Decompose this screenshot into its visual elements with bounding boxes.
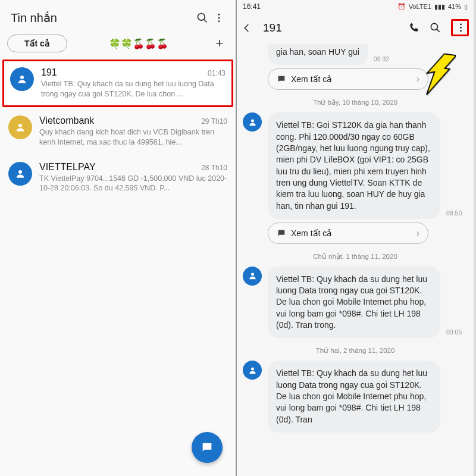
phone-messages-list: Tin nhắn Tất cả 🍀🍀🍒🍒🍒 + 19101:43Viettel … (0, 0, 237, 476)
svg-point-16 (251, 367, 254, 370)
message-row: Viettel TB: Quy khach da su dung het luu… (243, 267, 468, 339)
date-separator: Chủ nhật, 1 tháng 11, 2020 (243, 252, 468, 261)
svg-point-7 (18, 170, 22, 174)
conversation-preview: TK ViettelPay 9704...1546 GD -1,500,000 … (39, 174, 227, 194)
conversation-time: 29 Th10 (201, 117, 227, 126)
svg-point-15 (251, 273, 254, 276)
status-time: 16:41 (243, 2, 261, 11)
message-time: 00:05 (446, 328, 462, 338)
conversation-name: VIETTELPAY (39, 162, 96, 173)
message-bubble[interactable]: gia han, soan HUY gui (268, 44, 368, 65)
list-header: Tin nhắn (0, 0, 236, 31)
view-all-label: Xem tất cả (291, 228, 332, 238)
conversation-item-highlighted[interactable]: 19101:43Viettel TB: Quy khach da su dung… (2, 60, 233, 107)
view-all-button[interactable]: Xem tất cả › (268, 68, 428, 90)
conversation-preview: Quy khach dang kich hoat dich vu VCB Dig… (39, 127, 227, 148)
svg-point-8 (431, 23, 437, 30)
svg-point-2 (218, 14, 220, 15)
emoji-categories[interactable]: 🍀🍀🍒🍒🍒 (73, 38, 205, 49)
thread-scroll[interactable]: gia han, soan HUY gui 09:32 Xem tất cả ›… (237, 44, 474, 476)
message-row: Viettel TB: Quy khach da su dung het luu… (243, 361, 468, 433)
message-bubble[interactable]: Viettel TB: Goi ST120K da gia han thanh … (268, 112, 440, 219)
search-icon[interactable] (194, 10, 211, 26)
conversation-item[interactable]: VIETTELPAY28 Th10TK ViettelPay 9704...15… (0, 155, 236, 201)
conversation-list: 19101:43Viettel TB: Quy khach da su dung… (0, 60, 236, 201)
svg-point-12 (460, 30, 462, 32)
conversation-time: 28 Th10 (201, 164, 227, 172)
more-icon[interactable] (451, 19, 469, 36)
signal-icon: ▮▮▮ (434, 3, 445, 11)
compose-fab[interactable] (192, 432, 223, 463)
svg-point-10 (460, 24, 462, 26)
message-row: gia han, soan HUY gui 09:32 (243, 44, 468, 65)
conversation-time: 01:43 (208, 69, 226, 77)
status-icons: ⏰ VoLTE1 ▮▮▮ 41% ▯ (397, 3, 468, 11)
chevron-right-icon: › (416, 228, 419, 239)
volte-indicator: VoLTE1 (409, 3, 431, 10)
svg-point-4 (218, 20, 220, 22)
view-all-label: Xem tất cả (291, 74, 332, 84)
call-icon[interactable] (408, 22, 426, 33)
avatar (243, 361, 262, 380)
svg-line-1 (204, 20, 207, 23)
avatar (243, 267, 262, 286)
add-category-icon[interactable]: + (211, 36, 228, 51)
svg-point-14 (251, 119, 254, 122)
phone-thread: 16:41 ⏰ VoLTE1 ▮▮▮ 41% ▯ 191 (237, 0, 474, 476)
back-icon[interactable] (242, 23, 257, 33)
battery-icon: ▯ (464, 3, 468, 11)
status-bar: 16:41 ⏰ VoLTE1 ▮▮▮ 41% ▯ (237, 0, 474, 13)
battery-text: 41% (448, 3, 461, 10)
avatar (8, 115, 32, 139)
app-title: Tin nhắn (11, 11, 194, 25)
conversation-item[interactable]: Vietcombank29 Th10Quy khach dang kich ho… (0, 108, 236, 155)
message-bubble[interactable]: Viettel TB: Quy khach da su dung het luu… (268, 361, 440, 433)
avatar (10, 67, 34, 91)
thread-title[interactable]: 191 (261, 21, 405, 35)
search-icon[interactable] (430, 22, 447, 33)
date-separator: Thứ bảy, 10 tháng 10, 2020 (243, 98, 468, 107)
svg-point-3 (218, 17, 220, 19)
avatar (243, 112, 262, 131)
message-time: 08:50 (446, 209, 462, 219)
more-icon[interactable] (211, 10, 227, 26)
conversation-name: 191 (41, 67, 57, 78)
message-row: Viettel TB: Goi ST120K da gia han thanh … (243, 112, 468, 219)
chat-icon (277, 74, 286, 84)
message-bubble[interactable]: Viettel TB: Quy khach da su dung het luu… (268, 267, 440, 339)
filter-row: Tất cả 🍀🍀🍒🍒🍒 + (0, 31, 236, 58)
svg-point-11 (460, 27, 462, 29)
conversation-preview: Viettel TB: Quy khach da su dung het luu… (41, 79, 226, 99)
chevron-right-icon: › (416, 74, 419, 84)
thread-header: 191 (237, 13, 474, 42)
svg-point-0 (198, 14, 205, 21)
svg-line-9 (437, 29, 440, 32)
message-time: 09:32 (374, 55, 389, 65)
filter-chip-all[interactable]: Tất cả (7, 35, 67, 52)
chat-icon (277, 228, 286, 238)
svg-point-6 (18, 124, 22, 127)
svg-point-5 (20, 76, 24, 79)
view-all-button[interactable]: Xem tất cả› (268, 223, 428, 244)
alarm-icon: ⏰ (397, 3, 406, 11)
avatar (8, 162, 32, 186)
date-separator: Thứ hai, 2 tháng 11, 2020 (243, 346, 468, 355)
conversation-name: Vietcombank (39, 115, 94, 126)
